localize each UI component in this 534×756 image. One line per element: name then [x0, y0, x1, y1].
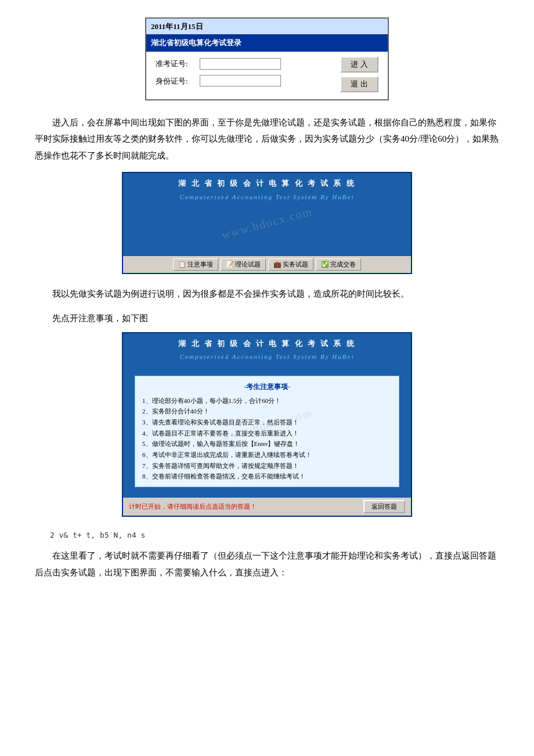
notice-item-7: 7、实务答题详情可查阅帮助文件，请按规定顺序答题！ — [142, 460, 392, 471]
submit-icon: ✅ — [321, 261, 329, 268]
login-buttons: 进 入 退 出 — [340, 56, 378, 92]
notice-item-8: 8、交卷前请仔细检查答卷题情况，交卷后不能继续考试！ — [142, 471, 392, 482]
login-date: 2011年11月15日 — [146, 19, 388, 34]
exam-title-2: 湖 北 省 初 级 会 计 电 算 化 考 试 系 统 — [123, 333, 411, 351]
login-fields: 准考证号: 身份证号: — [156, 57, 333, 91]
exam-box-2: 湖 北 省 初 级 会 计 电 算 化 考 试 系 统 Computerised… — [122, 332, 412, 517]
exam-toolbar-1: 📋 注意事项 📝 理论试题 💼 实务试题 ✅ 完成交卷 — [123, 256, 411, 273]
notice-item-1: 1、理论部分有40小题，每小题1.5分，合计60分！ — [142, 395, 392, 406]
exam-box-wrapper-2: 湖 北 省 初 级 会 计 电 算 化 考 试 系 统 Computerised… — [35, 332, 499, 517]
toolbar-theory-btn[interactable]: 📝 理论试题 — [221, 258, 266, 271]
enter-button[interactable]: 进 入 — [340, 56, 378, 73]
notice-icon: 📋 — [178, 261, 186, 268]
toolbar-submit-btn[interactable]: ✅ 完成交卷 — [316, 258, 361, 271]
theory-icon: 📝 — [226, 261, 234, 268]
field1-input[interactable] — [200, 58, 281, 70]
field2-label: 身份证号: — [156, 74, 197, 88]
toolbar-practice-btn[interactable]: 💼 实务试题 — [268, 258, 313, 271]
notice-item-3: 3、请先查看理论和实务试卷题目是否正常，然后答题！ — [142, 417, 392, 428]
notice-item-6: 6、考试中非正常退出或完成后，请重新进入继续答卷考试！ — [142, 449, 392, 460]
notice-panel-title: -考生注意事项- — [142, 381, 392, 393]
submit-label: 完成交卷 — [330, 260, 356, 269]
section-label: 先点开注意事项，如下图 — [52, 311, 499, 326]
notice-list: 1、理论部分有40小题，每小题1.5分，合计60分！ 2、实务部分合计40分！ … — [142, 395, 392, 483]
exam-title-1: 湖 北 省 初 级 会 计 电 算 化 考 试 系 统 — [123, 173, 411, 191]
practice-label: 实务试题 — [283, 260, 308, 269]
login-title: 湖北省初级电算化考试登录 — [146, 34, 388, 51]
notice-footer-text: 计时已开始，请仔细阅读后点选适当的答题！ — [129, 501, 257, 513]
theory-label: 理论试题 — [235, 260, 261, 269]
exam-subtitle-2: Computerised Accounting Test System By H… — [123, 351, 411, 365]
field1-label: 准考证号: — [156, 57, 197, 70]
notice-inner: -考生注意事项- 1、理论部分有40小题，每小题1.5分，合计60分！ 2、实务… — [123, 365, 411, 498]
exam-subtitle-1: Computerised Accounting Test System By H… — [123, 192, 411, 206]
login-row-id: 准考证号: — [156, 57, 333, 70]
exam-box-1: 湖 北 省 初 级 会 计 电 算 化 考 试 系 统 Computerised… — [122, 172, 412, 274]
login-box: 2011年11月15日 湖北省初级电算化考试登录 准考证号: 身份证号: 进 入… — [145, 17, 389, 100]
para1: 进入后，会在屏幕中间出现如下图的界面，至于你是先做理论试题，还是实务试题，根据你… — [35, 114, 499, 164]
practice-icon: 💼 — [273, 261, 282, 268]
notice-footer: 计时已开始，请仔细阅读后点选适当的答题！ 返回答题 — [123, 498, 411, 516]
code-line: 2 v& t+ t, b5 N, n4 s — [50, 528, 499, 542]
toolbar-notice-btn[interactable]: 📋 注意事项 — [173, 258, 218, 271]
login-row-idcard: 身份证号: — [156, 74, 333, 88]
exit-button[interactable]: 退 出 — [340, 76, 378, 92]
exam-box-wrapper-1: 湖 北 省 初 级 会 计 电 算 化 考 试 系 统 Computerised… — [35, 172, 499, 274]
para3: 在这里看了，考试时就不需要再仔细看了（但必须点一下这个注意事项才能开始理论和实务… — [35, 548, 499, 581]
notice-item-5: 5、做理论试题时，输入每题答案后按【Enter】键存盘！ — [142, 438, 392, 449]
exam-body-1 — [123, 205, 411, 251]
notice-panel: -考生注意事项- 1、理论部分有40小题，每小题1.5分，合计60分！ 2、实务… — [135, 376, 399, 487]
notice-item-2: 2、实务部分合计40分！ — [142, 406, 392, 417]
field2-input[interactable] — [200, 75, 281, 87]
para2: 我以先做实务试题为例进行说明，因为很多都是不会操作实务试题，造成所花的时间比较长… — [35, 286, 499, 303]
return-answer-btn[interactable]: 返回答题 — [363, 500, 405, 513]
notice-label: 注意事项 — [187, 260, 213, 269]
notice-item-4: 4、试卷题目不正常请不要答卷，直接交卷后重新进入！ — [142, 428, 392, 439]
